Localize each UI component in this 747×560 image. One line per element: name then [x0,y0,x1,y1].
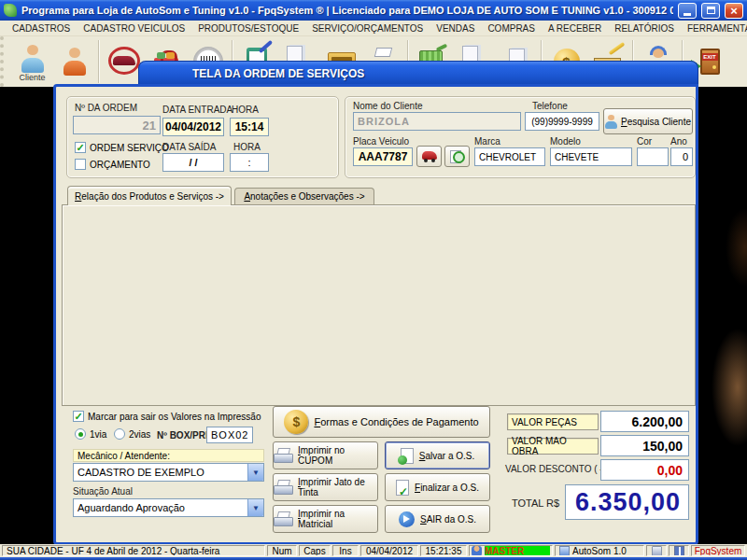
status-city-date: SUA CIDADE - UF 4 de Abril de 2012 - Qua… [2,545,265,556]
status-printer-segment[interactable] [646,545,667,556]
menu-vendas[interactable]: VENDAS [430,23,481,34]
radio-selected-icon [75,428,86,440]
orcamento-label: ORÇAMENTO [90,160,150,170]
discount-value[interactable]: 0,00 [600,459,689,481]
ordem-servico-checkbox[interactable]: ✓ ORDEM SERVIÇO [75,142,169,153]
search-client-button[interactable]: Pesquisa Cliente [603,108,693,134]
tab-produtos-servicos[interactable]: Relação dos Produtos e Serviços -> [67,186,232,205]
print-cupom-label: Imprimir no CUPOM [298,445,377,466]
plate-label: Placa Veiculo [353,136,409,147]
person-icon [605,115,617,129]
status-brand: FpqSystem [691,545,745,556]
close-icon: × [730,5,738,17]
print-inkjet-label: Imprimir Jato de Tinta [298,477,377,497]
red-car-icon [421,151,438,162]
exit-date-field[interactable]: / / [162,153,224,172]
phone-field[interactable]: (99)9999-9999 [525,112,599,131]
exit-time-field[interactable]: : [230,153,269,172]
close-button[interactable]: × [725,3,743,19]
orcamento-checkbox[interactable]: ORÇAMENTO [75,159,150,170]
finish-document-icon: ✓ [396,480,409,496]
menu-cadastros[interactable]: CADASTROS [6,23,77,34]
menu-compras[interactable]: COMPRAS [481,23,542,34]
background-figure [698,61,747,545]
year-field[interactable]: 0 [670,147,693,166]
tab-page [62,204,696,406]
minimize-button[interactable] [678,3,697,19]
mechanic-select[interactable]: CADASTRO DE EXEMPLO ▼ [73,463,264,482]
labor-value-label: VALOR MAO OBRA [507,438,599,455]
status-master: MASTER [485,546,550,556]
dialog-titlebar[interactable]: TELA DA ORDEM DE SERVIÇOS [138,61,698,85]
chevron-down-icon[interactable]: ▼ [247,464,263,481]
app-title: Programa para Loja de AutoSom e Tuning v… [21,5,673,16]
vehicle-history-button[interactable] [444,146,470,167]
order-number-field[interactable]: 21 [73,116,161,134]
printer-icon [274,480,292,495]
mechanic-label: Mecânico / Atendente: [73,449,264,462]
finish-os-button[interactable]: ✓ Finalizar a O.S. [385,473,490,501]
save-os-label: Salvar a O.S. [419,451,474,461]
print-matrix-button[interactable]: Imprimir na Matricial [273,505,378,533]
parts-value-label: VALOR PEÇAS [507,413,599,430]
checkbox-check-icon: ✓ [73,411,84,422]
status-select[interactable]: Aguardando Aprovação ▼ [73,498,264,517]
finish-os-label: Finalizar a O.S. [415,483,479,493]
menu-produtos-estoque[interactable]: PRODUTOS/ESTOQUE [191,23,305,34]
via2-radio[interactable]: 2vias [114,428,150,440]
checkbox-check-icon: ✓ [75,142,86,153]
exit-time-label: HORA [233,142,261,152]
restore-button[interactable] [701,3,720,19]
status-bar: SUA CIDADE - UF 4 de Abril de 2012 - Qua… [0,544,747,557]
history-clock-icon [450,150,465,163]
printer-icon [274,511,292,526]
chevron-down-icon[interactable]: ▼ [247,499,263,516]
entry-time-field[interactable]: 15:14 [230,118,269,136]
box-prisma-field[interactable]: BOX02 [206,427,253,443]
brand-field[interactable]: CHEVROLET [474,147,545,166]
via1-radio[interactable]: 1via [75,428,106,440]
status-label: Situação Atual [73,486,133,497]
service-order-dialog: TELA DA ORDEM DE SERVIÇOS Nº DA ORDEM 21… [53,61,698,545]
order-number-label: Nº DA ORDEM [75,103,137,113]
phone-label: Telefone [532,101,568,111]
exit-os-button[interactable]: SAIR da O.S. [385,505,490,533]
discount-label: VALOR DESCONTO ( - ) [505,464,609,474]
menu-bar: CADASTROS CADASTRO VEICULOS PRODUTOS/EST… [0,21,747,36]
save-document-icon [401,448,414,464]
plate-field[interactable]: AAA7787 [353,147,413,166]
print-values-checkbox[interactable]: ✓ Marcar para sair os Valores na Impress… [73,411,261,422]
tab-anotacoes[interactable]: Anotações e Observações -> [234,188,374,204]
menu-servico-orcamentos[interactable]: SERVIÇO/ORÇAMENTOS [305,23,430,34]
status-network-segment[interactable] [669,545,689,556]
model-label: Modelo [550,136,581,147]
status-date: 04/04/2012 [360,545,418,556]
color-field[interactable] [637,147,669,166]
menu-a-receber[interactable]: A RECEBER [542,23,608,34]
restore-icon [707,7,715,14]
entry-time-label: HORA [232,105,259,115]
order-groupbox: Nº DA ORDEM 21 DATA ENTRADA 04/04/2012 H… [66,96,339,178]
via2-label: 2vias [129,429,150,440]
print-matrix-label: Imprimir na Matricial [298,509,377,529]
client-name-field[interactable]: BRIZOLA [353,112,521,131]
entry-date-field[interactable]: 04/04/2012 [162,118,224,136]
app-titlebar: Programa para Loja de AutoSom e Tuning v… [0,0,747,21]
client-icon [16,42,49,76]
toolbar-cliente-button[interactable]: Cliente [11,37,53,86]
client-groupbox: Nome do Cliente BRIZOLA Telefone (99)999… [345,96,696,178]
menu-cadastro-veiculos[interactable]: CADASTRO VEICULOS [77,23,191,34]
model-field[interactable]: CHEVETE [550,147,632,166]
print-inkjet-button[interactable]: Imprimir Jato de Tinta [273,473,378,501]
save-os-button[interactable]: Salvar a O.S. [385,441,490,469]
print-cupom-button[interactable]: Imprimir no CUPOM [273,441,378,469]
payment-button[interactable]: Formas e Condições de Pagamento [273,406,490,438]
vehicle-register-button[interactable] [416,146,442,167]
printer-icon [274,448,292,463]
status-ins: Ins [332,545,359,556]
blue-arrow-icon [399,511,415,527]
dialog-title: TELA DA ORDEM DE SERVIÇOS [192,67,364,80]
menu-ferramentas[interactable]: FERRAMENTAS [681,23,747,34]
menu-relatorios[interactable]: RELATÓRIOS [608,23,681,34]
year-label: Ano [670,136,687,147]
